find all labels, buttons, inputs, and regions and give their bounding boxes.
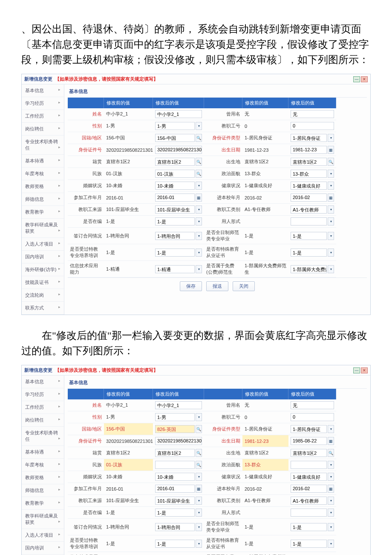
- input-field[interactable]: 2016-02: [291, 485, 327, 493]
- chevron-down-icon[interactable]: [196, 182, 202, 190]
- chevron-down-icon[interactable]: [196, 497, 202, 505]
- search-icon[interactable]: [196, 158, 202, 166]
- input-field[interactable]: 01-汉族: [155, 170, 195, 178]
- sidebar-item[interactable]: 年度考核: [22, 168, 64, 180]
- chevron-down-icon[interactable]: [328, 265, 334, 273]
- chevron-down-icon[interactable]: [328, 497, 334, 505]
- input-field[interactable]: [291, 461, 327, 469]
- input-field[interactable]: 1-是: [291, 232, 327, 240]
- input-field[interactable]: 2016-02: [291, 194, 327, 202]
- chevron-down-icon[interactable]: [328, 182, 334, 190]
- input-field[interactable]: 0: [291, 413, 334, 421]
- input-field[interactable]: 1-健康或良好: [291, 473, 327, 481]
- chevron-down-icon[interactable]: [196, 232, 202, 240]
- search-icon[interactable]: [196, 449, 202, 457]
- input-field[interactable]: 中小学2_1: [155, 401, 202, 409]
- chevron-down-icon[interactable]: [328, 473, 334, 481]
- sidebar-item[interactable]: 岗位聘任: [22, 414, 64, 427]
- input-field[interactable]: 10-未婚: [155, 182, 195, 190]
- minimize-icon[interactable]: —: [353, 76, 360, 82]
- input-field[interactable]: 1-是: [291, 540, 327, 548]
- sidebar-item[interactable]: 国内培训: [22, 251, 64, 263]
- sidebar-item[interactable]: 教学科研成果及获奖: [22, 219, 64, 238]
- sidebar-item[interactable]: 基本信息: [22, 376, 64, 388]
- sidebar-item[interactable]: 教师资格: [22, 180, 64, 193]
- sidebar-item[interactable]: 海外研修(访学): [22, 263, 64, 276]
- sidebar-item[interactable]: 基本信息: [22, 84, 64, 97]
- input-field[interactable]: 2016-01: [155, 194, 195, 202]
- chevron-down-icon[interactable]: [196, 540, 202, 548]
- sidebar-item[interactable]: 基本待遇: [22, 446, 64, 459]
- search-icon[interactable]: [196, 170, 202, 178]
- minimize-icon[interactable]: —: [353, 367, 360, 373]
- input-field[interactable]: 1-是: [155, 249, 195, 257]
- input-field[interactable]: 156-中国: [155, 134, 195, 142]
- input-field[interactable]: 101-应届毕业生: [155, 205, 195, 214]
- chevron-down-icon[interactable]: [328, 509, 334, 517]
- chevron-down-icon[interactable]: [196, 509, 202, 517]
- input-field[interactable]: 中小学2_1: [155, 110, 202, 118]
- search-icon[interactable]: [328, 158, 334, 166]
- sidebar-item[interactable]: 专业技术职务聘任: [22, 427, 64, 446]
- input-field[interactable]: 1-是: [155, 217, 195, 225]
- sidebar-item[interactable]: 年度考核: [22, 459, 64, 471]
- input-field[interactable]: [291, 509, 327, 517]
- sidebar-item[interactable]: 师德信息: [22, 193, 64, 206]
- input-field[interactable]: [155, 461, 195, 469]
- chevron-down-icon[interactable]: [328, 170, 334, 178]
- chevron-down-icon[interactable]: [196, 249, 202, 257]
- input-field[interactable]: 1-男: [155, 122, 195, 130]
- input-field[interactable]: 直辖市1区2: [291, 158, 327, 166]
- input-field[interactable]: 1-健康或良好: [291, 182, 327, 190]
- input-field[interactable]: 直辖市1区2: [155, 449, 195, 457]
- input-field[interactable]: 101-应届毕业生: [155, 497, 195, 505]
- chevron-down-icon[interactable]: [196, 217, 202, 225]
- chevron-down-icon[interactable]: [328, 249, 334, 257]
- sidebar-item[interactable]: 入选人才项目: [22, 529, 64, 542]
- input-field[interactable]: 2016-01: [155, 485, 195, 493]
- search-icon[interactable]: [196, 425, 202, 433]
- chevron-down-icon[interactable]: [328, 461, 334, 469]
- sidebar-item[interactable]: 国内培训: [22, 542, 64, 555]
- calendar-icon[interactable]: [328, 194, 334, 202]
- sidebar-item[interactable]: 教师资格: [22, 471, 64, 484]
- input-field[interactable]: 13-群众: [291, 170, 327, 178]
- chevron-down-icon[interactable]: [196, 523, 202, 531]
- search-icon[interactable]: [196, 134, 202, 142]
- input-field[interactable]: 1-精通: [155, 265, 195, 273]
- input-field[interactable]: [291, 217, 327, 225]
- sidebar-item[interactable]: 教学科研成果及获奖: [22, 510, 64, 529]
- chevron-down-icon[interactable]: [328, 523, 334, 531]
- chevron-down-icon[interactable]: [196, 265, 202, 273]
- input-field[interactable]: 直辖市1区2: [291, 449, 327, 457]
- sidebar-item[interactable]: 专业技术职务聘任: [22, 136, 64, 155]
- calendar-icon[interactable]: [328, 437, 334, 445]
- sidebar-item[interactable]: 工作经历: [22, 401, 64, 414]
- chevron-down-icon[interactable]: [196, 473, 202, 481]
- input-field[interactable]: 1-男: [155, 413, 195, 421]
- input-field[interactable]: A1-专任教师: [291, 205, 327, 214]
- input-field[interactable]: 1-是: [291, 249, 327, 257]
- chevron-down-icon[interactable]: [196, 122, 202, 130]
- chevron-down-icon[interactable]: [328, 425, 334, 433]
- submit-button[interactable]: 报送: [206, 281, 228, 291]
- close-icon[interactable]: ✕: [361, 76, 368, 82]
- sidebar-item[interactable]: 学习经历: [22, 388, 64, 401]
- input-field[interactable]: 0: [291, 122, 334, 130]
- calendar-icon[interactable]: [196, 194, 202, 202]
- input-field[interactable]: 320202198508221301: [155, 146, 202, 154]
- calendar-icon[interactable]: [196, 485, 202, 493]
- calendar-icon[interactable]: [328, 485, 334, 493]
- input-field[interactable]: 1-部属师大免费师范生: [291, 265, 327, 273]
- save-button[interactable]: 保存: [180, 281, 202, 291]
- sidebar-item[interactable]: 基本待遇: [22, 155, 64, 168]
- input-field[interactable]: 1-是: [155, 509, 195, 517]
- input-field[interactable]: 1985-08-22: [291, 437, 327, 445]
- sidebar-item[interactable]: 工作经历: [22, 110, 64, 123]
- chevron-down-icon[interactable]: [328, 217, 334, 225]
- sidebar-item[interactable]: 交流轮岗: [22, 289, 64, 302]
- sidebar-item[interactable]: 教育教学: [22, 206, 64, 219]
- input-field[interactable]: 1-是: [291, 523, 327, 531]
- search-icon[interactable]: [196, 461, 202, 469]
- chevron-down-icon[interactable]: [328, 134, 334, 142]
